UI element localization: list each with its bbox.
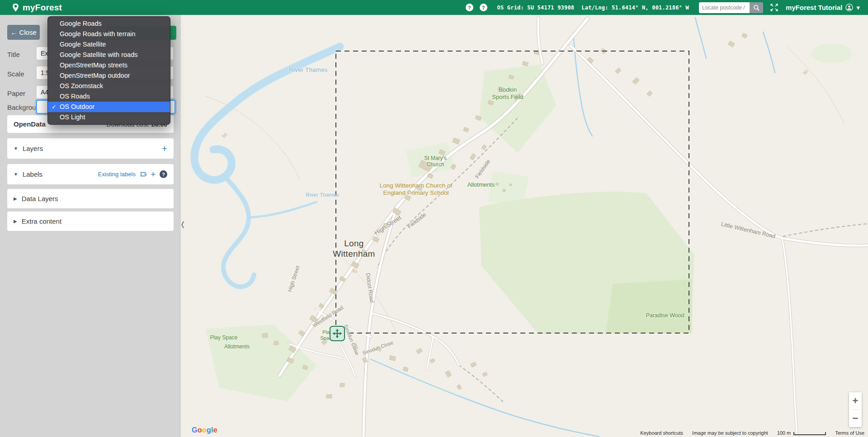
data-layers-title: Data Layers xyxy=(22,195,58,202)
map-attribution-bar: Keyboard shortcuts Image may be subject … xyxy=(640,430,864,436)
google-logo: Google xyxy=(192,426,217,434)
labels-section[interactable]: ▼ Labels Existing labels + ? xyxy=(7,164,174,184)
labels-help-icon[interactable]: ? xyxy=(160,170,167,178)
dropdown-item-google-roads-terrain[interactable]: Google Roads with terrain xyxy=(48,29,170,39)
os-grid-readout: OS Grid: SU 54171 93908 xyxy=(497,5,575,11)
map-pin-icon xyxy=(12,3,19,13)
chevron-down-icon: ▾ xyxy=(856,4,860,12)
layers-title: Layers xyxy=(23,145,43,152)
fullscreen-icon[interactable] xyxy=(769,3,779,13)
user-menu[interactable]: myForest Tutorial ▾ xyxy=(786,4,860,12)
title-label: Title xyxy=(7,51,20,58)
back-arrow-icon: ← xyxy=(10,28,17,36)
opendata-title: OpenData xyxy=(14,120,46,128)
latlng-readout: Lat/Lng: 51.6414° N, 001.2186° W xyxy=(581,5,689,11)
collapse-caret-icon[interactable]: ▼ xyxy=(14,172,18,177)
dropdown-item-google-satellite[interactable]: Google Satellite xyxy=(48,39,170,50)
dropdown-item-google-satellite-roads[interactable]: Google Satellite with roads xyxy=(48,50,170,60)
dropdown-item-os-outdoor[interactable]: ✓ OS Outdoor xyxy=(48,102,170,112)
map-coordinates: OS Grid: SU 54171 93908 Lat/Lng: 51.6414… xyxy=(497,5,689,11)
dropdown-item-os-light[interactable]: OS Light xyxy=(48,112,170,122)
zoom-out-button[interactable]: − xyxy=(849,410,862,427)
move-print-area-handle[interactable] xyxy=(330,326,345,341)
collapse-caret-icon[interactable]: ▼ xyxy=(14,146,18,151)
search-button[interactable] xyxy=(750,2,763,13)
user-avatar-icon xyxy=(845,4,853,11)
top-navigation-bar: myForest ? ? OS Grid: SU 54171 93908 Lat… xyxy=(0,0,868,15)
location-search xyxy=(699,2,763,13)
expand-caret-icon[interactable]: ▶ xyxy=(14,219,17,224)
dropdown-item-os-zoomstack[interactable]: OS Zoomstack xyxy=(48,81,170,91)
play-space-area xyxy=(206,324,316,401)
myforest-logo[interactable]: myForest xyxy=(12,3,62,13)
bodkin-field-area xyxy=(479,65,556,153)
extra-content-title: Extra content xyxy=(22,217,61,225)
map-canvas[interactable]: River Thames River Thames Bodkin Sports … xyxy=(181,15,868,437)
data-layers-section[interactable]: ▶ Data Layers xyxy=(7,189,174,208)
user-menu-label: myForest Tutorial xyxy=(786,4,843,11)
scale-bar xyxy=(793,432,826,435)
add-label-button[interactable]: + xyxy=(151,170,156,179)
scale-label: Scale xyxy=(7,70,24,78)
paradise-wood-area xyxy=(606,279,692,333)
paper-label: Paper xyxy=(7,89,25,97)
existing-labels-link[interactable]: Existing labels xyxy=(98,171,136,178)
checkmark-icon: ✓ xyxy=(52,102,57,112)
map-artwork xyxy=(181,15,868,437)
extra-content-section[interactable]: ▶ Extra content xyxy=(7,211,174,231)
map-zoom-control: + − xyxy=(849,392,862,427)
move-arrows-icon xyxy=(331,328,343,339)
search-input[interactable] xyxy=(699,2,750,13)
dropdown-item-os-roads[interactable]: OS Roads xyxy=(48,91,170,102)
expand-caret-icon[interactable]: ▶ xyxy=(14,196,17,201)
help-icon-1[interactable]: ? xyxy=(466,4,473,11)
add-layer-button[interactable]: + xyxy=(162,144,167,153)
help-icon-2[interactable]: ? xyxy=(480,4,487,11)
sidebar-collapse-handle[interactable]: ❬ xyxy=(180,220,186,228)
dropdown-item-google-roads[interactable]: Google Roads xyxy=(48,19,170,29)
labels-title: Labels xyxy=(23,170,42,178)
layers-section[interactable]: ▼ Layers + xyxy=(7,138,174,159)
dropdown-item-osm-outdoor[interactable]: OpenStreetMap outdoor xyxy=(48,70,170,81)
zoom-in-button[interactable]: + xyxy=(849,392,862,409)
close-button[interactable]: ← Close xyxy=(7,25,40,40)
brand-text: myForest xyxy=(23,3,62,13)
dropdown-item-osm-streets[interactable]: OpenStreetMap streets xyxy=(48,60,170,70)
search-icon xyxy=(753,5,760,11)
scale-value: 100 m xyxy=(777,430,791,436)
keyboard-shortcuts-link[interactable]: Keyboard shortcuts xyxy=(640,430,683,436)
tag-icon[interactable] xyxy=(140,171,146,178)
copyright-notice: Image may be subject to copyright xyxy=(692,430,768,436)
terms-of-use-link[interactable]: Terms of Use xyxy=(835,430,864,436)
map-scale: 100 m xyxy=(777,430,826,436)
background-dropdown-menu: Google Roads Google Roads with terrain G… xyxy=(47,16,170,125)
